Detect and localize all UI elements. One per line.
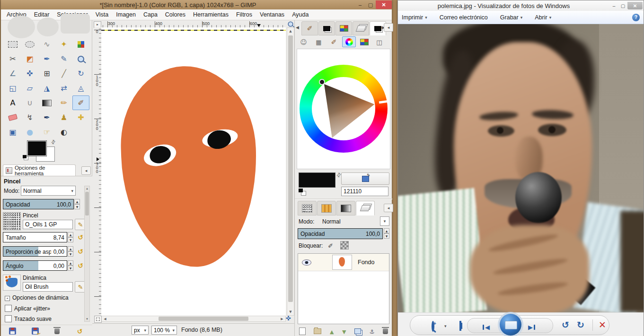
layer-visibility-eye-icon[interactable] bbox=[302, 259, 311, 266]
new-layer-button[interactable] bbox=[299, 327, 306, 335]
email-menu[interactable]: Correo electrónico bbox=[440, 14, 488, 21]
selector-watercolor-button[interactable] bbox=[327, 36, 341, 47]
jitter-checkbox[interactable] bbox=[5, 305, 12, 312]
reset-aspect-button[interactable] bbox=[76, 247, 85, 256]
zoom-dropdown-icon[interactable] bbox=[444, 321, 447, 329]
tool-flip-icon[interactable]: ⇄ bbox=[55, 81, 72, 95]
tool-paths-icon[interactable]: ✒ bbox=[38, 52, 55, 66]
layer-row[interactable]: Fondo bbox=[298, 254, 389, 271]
burn-menu[interactable]: Grabar bbox=[500, 14, 522, 21]
tool-scissors-select-icon[interactable]: ✂ bbox=[4, 52, 21, 66]
opacity-spinner[interactable]: ▲▼ bbox=[74, 199, 80, 209]
raise-layer-button[interactable] bbox=[330, 327, 334, 336]
brush-thumbnail[interactable] bbox=[3, 212, 21, 230]
tab-brushes[interactable] bbox=[301, 21, 318, 35]
layers-dock-menu-button[interactable]: ◂ bbox=[384, 204, 393, 212]
gimp-maximize-button[interactable]: ▢ bbox=[365, 0, 376, 9]
reset-size-button[interactable] bbox=[76, 233, 85, 242]
reset-angle-button[interactable] bbox=[76, 261, 85, 270]
tab-pattern-select[interactable] bbox=[317, 201, 336, 215]
delete-button[interactable] bbox=[599, 319, 606, 330]
tool-blur-sharpen-icon[interactable]: ● bbox=[21, 125, 38, 139]
pick-color-from-screen-button[interactable] bbox=[341, 172, 389, 185]
brush-name-field[interactable]: O_Oils 1 GP bbox=[23, 220, 73, 229]
tab-brush-select[interactable] bbox=[298, 201, 317, 215]
selector-palette-button[interactable] bbox=[357, 36, 371, 47]
lock-alpha-icon[interactable] bbox=[340, 241, 349, 250]
gimp-menu-item[interactable]: Filtros bbox=[232, 11, 256, 18]
layer-opacity-spinner[interactable]: ▲▼ bbox=[384, 228, 389, 239]
tool-measure-icon[interactable]: ∠ bbox=[4, 66, 21, 81]
selector-gimp-button[interactable] bbox=[297, 36, 310, 47]
toolbox-dock-menu-button[interactable]: ◂ bbox=[81, 166, 91, 175]
tool-airbrush-icon[interactable]: ↯ bbox=[21, 110, 38, 125]
quick-mask-button[interactable] bbox=[94, 316, 102, 323]
rotate-clockwise-button[interactable] bbox=[577, 319, 584, 330]
tool-dodge-burn-icon[interactable]: ◐ bbox=[55, 125, 72, 139]
duplicate-layer-button[interactable] bbox=[354, 328, 361, 334]
delete-layer-button[interactable] bbox=[383, 328, 388, 334]
gimp-menu-item[interactable]: Capa bbox=[140, 11, 161, 18]
selector-wheel-button[interactable] bbox=[342, 36, 356, 47]
dynamics-options-expander-icon[interactable]: + bbox=[5, 296, 10, 301]
ruler-origin-button[interactable]: ▸ bbox=[94, 21, 101, 28]
rotate-counterclockwise-button[interactable] bbox=[562, 319, 569, 330]
canvas-vertical-scrollbar[interactable]: ▲ ▼ bbox=[287, 27, 294, 316]
viewer-minimize-button[interactable]: – bbox=[609, 2, 618, 9]
zoom-icon[interactable] bbox=[432, 321, 434, 332]
selector-scales-button[interactable] bbox=[372, 36, 386, 47]
aspect-ratio-slider[interactable]: Proporción de aspe... 0,00 bbox=[3, 246, 67, 257]
tab-gradient-select[interactable] bbox=[336, 201, 355, 215]
zoom-select[interactable]: 100 % bbox=[151, 326, 177, 335]
size-slider[interactable]: Tamaño 8,74 bbox=[3, 232, 67, 242]
lower-layer-button[interactable] bbox=[342, 327, 346, 336]
tool-ink-icon[interactable]: ✒ bbox=[38, 110, 55, 125]
anchor-layer-button[interactable] bbox=[370, 327, 375, 336]
gimp-menu-item[interactable]: Ayuda bbox=[288, 11, 312, 18]
tool-smudge-icon[interactable]: ☞ bbox=[38, 125, 55, 139]
new-layer-group-button[interactable] bbox=[314, 328, 321, 334]
next-button[interactable] bbox=[528, 323, 535, 331]
gimp-menu-item[interactable]: Vista bbox=[92, 11, 113, 18]
swap-colors-icon[interactable]: ⇄ bbox=[50, 138, 57, 146]
tool-clone-icon[interactable]: ♟ bbox=[55, 110, 72, 125]
angle-slider[interactable]: Ángulo 0,00 bbox=[3, 260, 67, 271]
tool-eraser-icon[interactable] bbox=[4, 110, 21, 125]
help-icon[interactable] bbox=[632, 14, 640, 21]
opacity-slider[interactable]: Opacidad 100,0 bbox=[3, 199, 74, 209]
previous-button[interactable] bbox=[483, 323, 490, 331]
tool-heal-icon[interactable]: ✚ bbox=[72, 110, 89, 125]
aspect-spinner[interactable]: ▲▼ bbox=[68, 246, 73, 257]
dynamics-thumbnail[interactable] bbox=[3, 275, 21, 291]
canvas-horizontal-scrollbar[interactable]: ◀ ▶ bbox=[101, 316, 286, 322]
tab-fg-color[interactable] bbox=[318, 21, 335, 35]
layer-opacity-slider[interactable]: Opacidad 100,0 bbox=[298, 228, 383, 239]
scrollbar-thumb[interactable] bbox=[159, 317, 248, 321]
tool-cage-transform-icon[interactable]: ◬ bbox=[72, 81, 89, 95]
dynamics-name-field[interactable]: Oil Brush bbox=[23, 282, 73, 292]
slideshow-button[interactable] bbox=[500, 314, 521, 336]
tool-scale-icon[interactable]: ◱ bbox=[4, 81, 21, 95]
lock-pixels-icon[interactable] bbox=[328, 241, 333, 250]
hex-color-field[interactable]: 121110 bbox=[341, 187, 388, 196]
tool-move-icon[interactable]: ✜ bbox=[21, 66, 38, 81]
gimp-menu-item[interactable]: Imagen bbox=[112, 11, 140, 18]
tool-foreground-select-icon[interactable]: ◩ bbox=[21, 52, 38, 66]
open-menu[interactable]: Abrir bbox=[535, 14, 551, 21]
tool-rotate-icon[interactable]: ↻ bbox=[72, 66, 89, 81]
tool-blend-icon[interactable] bbox=[38, 95, 55, 110]
tool-shear-icon[interactable]: ▱ bbox=[21, 81, 38, 95]
gimp-menu-item[interactable]: Ventanas bbox=[256, 11, 288, 18]
tool-crop-icon[interactable]: ╱ bbox=[55, 66, 72, 81]
unit-select[interactable]: px bbox=[132, 326, 149, 335]
dynamics-options-label[interactable]: Opciones de dinámica bbox=[12, 294, 69, 301]
gimp-menu-item[interactable]: Editar bbox=[30, 11, 53, 18]
layer-mode-select[interactable] bbox=[380, 216, 389, 226]
size-spinner[interactable]: ▲▼ bbox=[68, 232, 73, 242]
tool-ellipse-select-icon[interactable] bbox=[21, 37, 38, 52]
scrollbar-thumb[interactable] bbox=[288, 35, 293, 302]
tool-select-by-color-icon[interactable] bbox=[72, 37, 89, 52]
viewer-titlebar[interactable]: polemica.jpg - Visualizador de fotos de … bbox=[398, 0, 644, 11]
tool-color-picker-icon[interactable]: ✎ bbox=[55, 52, 72, 66]
color-wheel-editor[interactable] bbox=[297, 49, 390, 169]
